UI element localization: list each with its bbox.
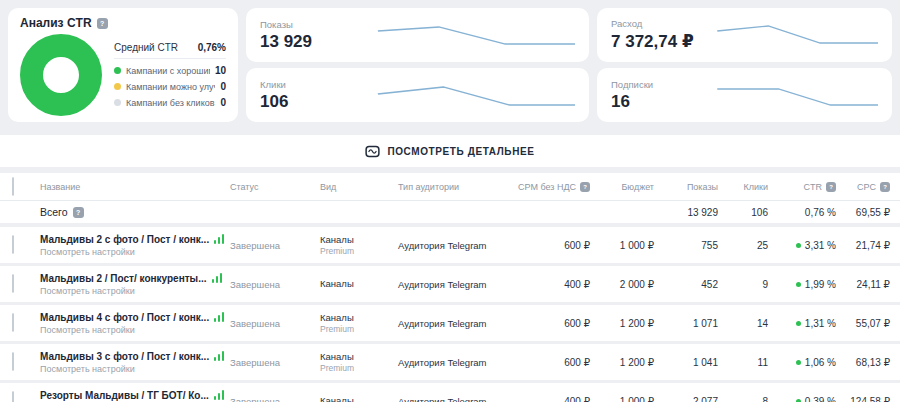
total-clicks: 106	[718, 207, 768, 218]
campaign-name[interactable]: Мальдивы 2 с фото / Пост / конк...	[40, 234, 209, 245]
kind-cell: Каналы	[320, 278, 398, 290]
status-cell: Завершена	[230, 357, 320, 368]
spend-card: Расход 7 372,74 ₽	[597, 8, 892, 62]
total-impressions: 13 929	[654, 207, 718, 218]
select-all-checkbox[interactable]	[12, 177, 14, 196]
summary-section: Анализ CTR ? Средний CTR 0,76% Кампании …	[0, 0, 900, 130]
kind-cell: Каналы Premium	[320, 234, 398, 256]
row-checkbox[interactable]	[12, 313, 14, 332]
audience-cell: Аудитория Telegram	[398, 279, 510, 290]
subscriptions-card: Подписки 16	[597, 68, 892, 122]
col-cpm: CPM без НДС?	[510, 182, 590, 192]
good-ctr-dot	[796, 360, 801, 365]
cpc-cell: 55,07 ₽	[836, 318, 890, 329]
audience-cell: Аудитория Telegram	[398, 357, 510, 368]
legend-label: Кампании с хорошим CTR	[126, 66, 210, 76]
good-ctr-dot	[796, 321, 801, 326]
cpc-cell: 124,58 ₽	[836, 396, 890, 402]
campaign-name[interactable]: Резорты Мальдивы / ТГ БОТ/ Ко...	[40, 390, 209, 401]
cpm-cell: 600 ₽	[510, 357, 590, 368]
clicks-cell: 14	[718, 318, 768, 329]
ctr-donut-chart	[20, 34, 102, 116]
legend-value: 0	[220, 97, 226, 108]
col-status: Статус	[230, 182, 320, 192]
ctr-cell: 3,31 %	[768, 240, 836, 251]
legend-item-noclicks: Кампании без кликов 0	[114, 95, 226, 111]
budget-cell: 1 000 ₽	[590, 240, 654, 251]
impressions-card: Показы 13 929	[246, 8, 589, 62]
col-ctr: CTR?	[768, 182, 836, 192]
clicks-card: Клики 106	[246, 68, 589, 122]
impressions-cell: 452	[654, 279, 718, 290]
cpc-cell: 68,13 ₽	[836, 357, 890, 368]
good-ctr-dot	[796, 243, 801, 248]
legend-item-good: Кампании с хорошим CTR 10	[114, 63, 226, 79]
impressions-cell: 1 041	[654, 357, 718, 368]
audience-cell: Аудитория Telegram	[398, 240, 510, 251]
legend-label: Кампании можно улучшить	[126, 82, 215, 92]
col-name: Название	[40, 182, 230, 192]
legend-item-improve: Кампании можно улучшить 0	[114, 79, 226, 95]
audience-cell: Аудитория Telegram	[398, 396, 510, 402]
impressions-cell: 755	[654, 240, 718, 251]
row-checkbox[interactable]	[12, 391, 14, 402]
subscriptions-value: 16	[611, 92, 697, 112]
clicks-cell: 8	[718, 396, 768, 402]
improve-ctr-dot	[114, 83, 121, 90]
budget-cell: 1 000 ₽	[590, 396, 654, 402]
clicks-cell: 11	[718, 357, 768, 368]
col-budget: Бюджет	[590, 182, 654, 192]
view-settings-link[interactable]: Посмотреть настройки	[40, 286, 224, 296]
legend-value: 10	[215, 65, 226, 76]
info-icon[interactable]: ?	[73, 207, 84, 218]
no-clicks-dot	[114, 99, 121, 106]
info-icon[interactable]: ?	[880, 182, 890, 192]
table-row: Мальдивы 2 с фото / Пост / конк... Посмо…	[0, 227, 900, 263]
total-row: Всего ? 13 929 106 0,76 % 69,55 ₽	[0, 201, 900, 223]
budget-cell: 2 000 ₽	[590, 279, 654, 290]
view-details-button[interactable]: ПОСМОТРЕТЬ ДЕТАЛЬНЕЕ	[0, 135, 900, 167]
stats-bars-icon	[212, 273, 223, 283]
view-details-label: ПОСМОТРЕТЬ ДЕТАЛЬНЕЕ	[387, 146, 534, 157]
cpc-cell: 21,74 ₽	[836, 240, 890, 251]
ctr-cell: 1,99 %	[768, 279, 836, 290]
spend-sparkline	[707, 20, 878, 50]
view-settings-link[interactable]: Посмотреть настройки	[40, 325, 224, 335]
status-cell: Завершена	[230, 396, 320, 402]
subscriptions-label: Подписки	[611, 79, 697, 90]
good-ctr-dot	[114, 67, 121, 74]
budget-cell: 1 200 ₽	[590, 357, 654, 368]
table-row: Резорты Мальдивы / ТГ БОТ/ Ко... Посмотр…	[0, 383, 900, 402]
good-ctr-dot	[796, 399, 801, 402]
cpm-cell: 600 ₽	[510, 240, 590, 251]
total-ctr: 0,76 %	[768, 207, 836, 218]
info-icon[interactable]: ?	[826, 182, 836, 192]
total-label: Всего	[40, 206, 68, 218]
col-clicks: Клики	[718, 182, 768, 192]
row-checkbox[interactable]	[12, 274, 14, 293]
chart-wave-icon	[365, 144, 380, 159]
view-settings-link[interactable]: Посмотреть настройки	[40, 247, 224, 257]
view-settings-link[interactable]: Посмотреть настройки	[40, 364, 224, 374]
avg-ctr-value: 0,76%	[198, 42, 226, 53]
audience-cell: Аудитория Telegram	[398, 318, 510, 329]
impressions-cell: 2 077	[654, 396, 718, 402]
stats-bars-icon	[214, 351, 225, 361]
row-checkbox[interactable]	[12, 352, 14, 371]
col-cpc: CPC?	[836, 182, 890, 192]
status-cell: Завершена	[230, 318, 320, 329]
cpm-cell: 600 ₽	[510, 318, 590, 329]
budget-cell: 1 200 ₽	[590, 318, 654, 329]
cpm-cell: 400 ₽	[510, 396, 590, 402]
row-checkbox[interactable]	[12, 235, 14, 254]
campaign-name[interactable]: Мальдивы 4 с фото / Пост / конк...	[40, 312, 209, 323]
clicks-label: Клики	[260, 79, 346, 90]
campaign-name[interactable]: Мальдивы 3 с фото / Пост / конк...	[40, 351, 209, 362]
col-impressions: Показы	[654, 182, 718, 192]
impressions-value: 13 929	[260, 32, 346, 52]
ctr-cell: 1,06 %	[768, 357, 836, 368]
cpm-cell: 400 ₽	[510, 279, 590, 290]
info-icon[interactable]: ?	[97, 18, 108, 29]
campaign-name[interactable]: Мальдивы 2 / Пост/ конкуренты...	[40, 273, 207, 284]
info-icon[interactable]: ?	[580, 182, 590, 192]
